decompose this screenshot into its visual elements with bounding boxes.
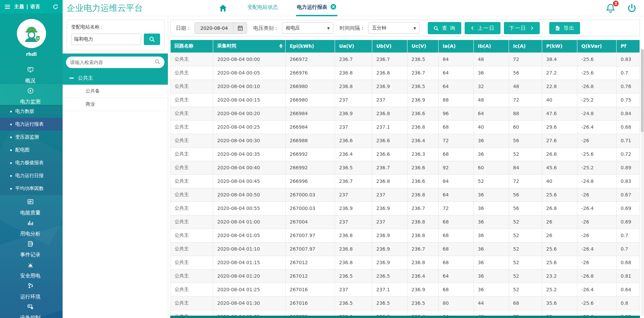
sidebar-item-1[interactable]: 电力监测 bbox=[0, 84, 63, 105]
table-row-2[interactable]: 公共主2020-08-04 00:10266980236.8236.9236.5… bbox=[171, 80, 640, 93]
sidebar-item-12[interactable]: 安全用电 bbox=[0, 258, 63, 279]
interval-select[interactable]: 五分钟 ▼ bbox=[368, 22, 420, 34]
table-row-5[interactable]: 公共主2020-08-04 00:25266984237237.1236.868… bbox=[171, 120, 640, 134]
sidebar-item-3[interactable]: 电力运行报表 bbox=[0, 118, 63, 131]
table-row-17[interactable]: 公共主2020-08-04 01:25267016237237.1236.968… bbox=[171, 283, 640, 296]
table-cell: 0.83 bbox=[617, 52, 640, 66]
circuit-tree: 公共主 公共备商业 bbox=[63, 71, 168, 318]
table-cell: 36 bbox=[474, 269, 509, 283]
table-cell: 0.68 bbox=[617, 120, 640, 134]
table-cell: 236.7 bbox=[335, 174, 372, 188]
table-cell: 0.84 bbox=[617, 107, 640, 120]
export-button[interactable]: 导出 bbox=[549, 22, 580, 34]
table-cell: 267012 bbox=[286, 269, 335, 283]
table-row-12[interactable]: 公共主2020-08-04 01:00267004237237236.86836… bbox=[171, 215, 640, 229]
avatar[interactable] bbox=[17, 19, 46, 48]
table-cell: 92 bbox=[439, 161, 474, 174]
calendar-icon[interactable] bbox=[233, 22, 247, 34]
voltage-type-select[interactable]: 相电压 ▼ bbox=[282, 22, 333, 34]
table-cell: 236.8 bbox=[335, 256, 372, 269]
tree-node-child-0[interactable]: 公共备 bbox=[63, 85, 168, 98]
theme-language-switch[interactable]: 主题 | 语言 bbox=[14, 4, 41, 10]
table-row-14[interactable]: 公共主2020-08-04 01:10267007.97236.8236.923… bbox=[171, 242, 640, 256]
tab-0[interactable]: 变配电站状态 bbox=[247, 0, 279, 16]
tree-node-root[interactable]: 公共主 bbox=[63, 71, 168, 85]
table-row-11[interactable]: 公共主2020-08-04 00:55267000.03236.9236.923… bbox=[171, 202, 640, 215]
horizontal-scrollbar[interactable] bbox=[170, 316, 640, 318]
sidebar-item-label: 概况 bbox=[25, 78, 36, 84]
next-day-button[interactable]: 下一日 bbox=[504, 22, 540, 34]
table-cell: 公共主 bbox=[171, 269, 213, 283]
table-cell: 公共主 bbox=[171, 256, 213, 269]
table-cell: 36 bbox=[474, 229, 509, 242]
sidebar-item-2[interactable]: 电力数据 bbox=[0, 105, 63, 118]
table-row-9[interactable]: 公共主2020-08-04 00:45266996236.7236.8236.6… bbox=[171, 174, 640, 188]
table-row-10[interactable]: 公共主2020-08-04 00:50267000.03237237236.86… bbox=[171, 188, 640, 202]
column-header-4: Ub(V) bbox=[372, 40, 407, 52]
table-cell: -26.8 bbox=[577, 269, 617, 283]
table-row-4[interactable]: 公共主2020-08-04 00:20266984236.9236.8236.6… bbox=[171, 107, 640, 120]
sidebar-item-14[interactable]: 设备控制 bbox=[0, 300, 63, 318]
scrollbar-thumb[interactable] bbox=[641, 49, 644, 132]
sort-icon[interactable] bbox=[279, 44, 283, 48]
tree-node-child-1[interactable]: 商业 bbox=[63, 98, 168, 111]
collapse-icon[interactable] bbox=[69, 78, 74, 79]
prev-day-button[interactable]: 上一日 bbox=[465, 22, 501, 34]
table-cell: 2020-08-04 01:20 bbox=[213, 269, 286, 283]
sidebar-item-4[interactable]: 变压器监测 bbox=[0, 131, 63, 144]
table-row-0[interactable]: 公共主2020-08-04 00:00266972236.7236.7236.5… bbox=[171, 52, 640, 66]
tab-1[interactable]: 电力运行报表 bbox=[296, 0, 337, 16]
sidebar-item-6[interactable]: 电力极值报表 bbox=[0, 156, 63, 169]
sidebar-item-label: 运行环境 bbox=[20, 294, 41, 300]
table-cell: -26.8 bbox=[577, 80, 617, 93]
table-cell: 237 bbox=[335, 188, 372, 202]
table-cell: 72 bbox=[509, 174, 542, 188]
sidebar-item-10[interactable]: 用电分析 bbox=[0, 216, 63, 237]
table-row-18[interactable]: 公共主2020-08-04 01:30267016236.5236.5236.5… bbox=[171, 296, 640, 310]
sidebar-item-5[interactable]: 配电图 bbox=[0, 144, 63, 156]
sidebar-item-0[interactable]: 概况 bbox=[0, 63, 63, 84]
hamburger-icon[interactable] bbox=[4, 3, 11, 10]
safety-icon bbox=[27, 261, 34, 268]
refresh-icon[interactable] bbox=[52, 4, 59, 10]
table-cell: 266980 bbox=[286, 93, 335, 107]
power-logout-icon[interactable] bbox=[627, 3, 637, 13]
table-cell: 236.5 bbox=[335, 296, 372, 310]
sidebar-item-9[interactable]: 电能质量 bbox=[0, 195, 63, 216]
station-search-button[interactable] bbox=[144, 34, 160, 45]
table-cell: -26.4 bbox=[577, 283, 617, 296]
sidebar-item-11[interactable]: 事件记录 bbox=[0, 237, 63, 258]
sidebar-item-7[interactable]: 电力运行日报 bbox=[0, 169, 63, 182]
table-cell: 0.67 bbox=[617, 188, 640, 202]
bullet-icon bbox=[10, 188, 12, 190]
topbar-icons: 3 bbox=[605, 3, 637, 13]
table-cell: 40 bbox=[542, 93, 577, 107]
sidebar-item-13[interactable]: 运行环境 bbox=[0, 279, 63, 300]
table-cell: -26.4 bbox=[577, 242, 617, 256]
query-button[interactable]: 查 询 bbox=[428, 22, 461, 34]
control-icon bbox=[27, 303, 34, 310]
table-row-16[interactable]: 公共主2020-08-04 01:20267012236.5236.5236.4… bbox=[171, 269, 640, 283]
station-name-input[interactable] bbox=[71, 34, 141, 45]
tab-close-icon[interactable] bbox=[330, 3, 337, 12]
tree-search-input[interactable] bbox=[70, 60, 154, 65]
column-header-1[interactable]: 采集时间 bbox=[213, 40, 286, 52]
vertical-scrollbar[interactable] bbox=[641, 49, 644, 316]
table-cell: 0.64 bbox=[617, 283, 640, 296]
table-row-8[interactable]: 公共主2020-08-04 00:40266992236.5236.7236.6… bbox=[171, 161, 640, 174]
table-cell: 52 bbox=[509, 256, 542, 269]
home-icon[interactable] bbox=[218, 4, 228, 13]
table-cell: 72 bbox=[509, 52, 542, 66]
table-row-3[interactable]: 公共主2020-08-04 00:15266980237237236.98848… bbox=[171, 93, 640, 107]
table-row-7[interactable]: 公共主2020-08-04 00:35266992236.4236.6236.3… bbox=[171, 147, 640, 161]
table-cell: 25.6 bbox=[542, 188, 577, 202]
sidebar-item-8[interactable]: 平均功率因数 bbox=[0, 182, 63, 195]
date-picker[interactable]: 2020-08-04 bbox=[195, 22, 247, 34]
table-row-15[interactable]: 公共主2020-08-04 01:15267012236.8236.9236.8… bbox=[171, 256, 640, 269]
table-cell: 236.4 bbox=[407, 269, 439, 283]
table-row-1[interactable]: 公共主2020-08-04 00:05266976236.8236.8236.7… bbox=[171, 66, 640, 80]
notifications-bell-icon[interactable]: 3 bbox=[605, 3, 616, 13]
username: rhdl bbox=[0, 51, 63, 57]
table-row-13[interactable]: 公共主2020-08-04 01:05267007.97236.8236.923… bbox=[171, 229, 640, 242]
table-row-6[interactable]: 公共主2020-08-04 00:30266988236.6236.6236.4… bbox=[171, 134, 640, 147]
